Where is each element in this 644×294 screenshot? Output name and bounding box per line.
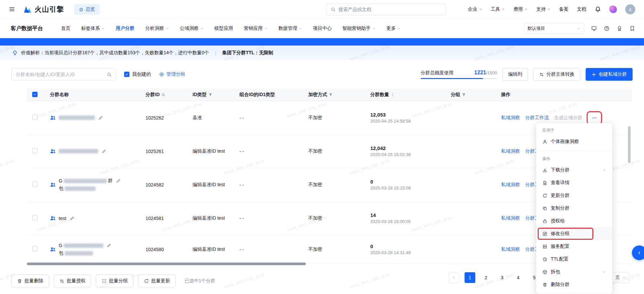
platform-title: 客户数据平台 [11, 25, 43, 32]
combo-id-type: - - [235, 115, 304, 121]
pencil-icon[interactable] [102, 149, 106, 154]
chevdown-icon [547, 7, 551, 11]
combo-id-type: - - [235, 216, 304, 221]
pencil-icon[interactable] [70, 216, 74, 221]
topbar-menu-0[interactable]: 企业 [468, 6, 482, 12]
benefits-icon[interactable] [609, 6, 617, 13]
pagination: 12345 [448, 272, 540, 283]
convert-subject-button[interactable]: 分群主体转换 [533, 68, 580, 81]
encryption: 不加密 [304, 182, 366, 188]
bulk-button-2[interactable]: 批量分组 [96, 275, 133, 287]
horizontal-scrollbar[interactable] [27, 263, 306, 265]
nav-item-9[interactable]: 智能营销助手 [342, 25, 376, 31]
nav-item-5[interactable]: 模型应用 [214, 25, 233, 31]
context-menu-item-1-3[interactable]: 复制分群 [536, 202, 612, 215]
page-1[interactable]: 1 [465, 272, 475, 283]
row-action-0-2[interactable]: 生成公域分群 [554, 115, 582, 121]
manage-groups-button[interactable]: 管理分组 [159, 71, 185, 77]
nav-item-0[interactable]: 首页 [61, 25, 70, 31]
create-segment-button[interactable]: 创建私域分群 [586, 68, 633, 81]
avatar[interactable]: s [625, 4, 635, 14]
global-search-input[interactable] [338, 7, 441, 12]
row-action-4-0[interactable]: 私域洞察 [501, 246, 520, 252]
vertical-scrollbar[interactable] [628, 126, 631, 163]
context-men-section-title: 操作 [536, 154, 612, 164]
combo-id-type: - - [235, 182, 304, 188]
sort-icon[interactable] [391, 93, 395, 97]
bookmark-icon[interactable] [629, 25, 635, 31]
overview-button[interactable]: 总览 [74, 4, 100, 15]
bulk-button-1[interactable]: 批量授权 [54, 275, 91, 287]
nav-item-10[interactable]: 更多 [386, 25, 401, 31]
row-checkbox[interactable] [32, 246, 38, 251]
page-4[interactable]: 4 [513, 272, 524, 283]
filter-icon[interactable] [329, 93, 333, 97]
topbar-menu-2[interactable]: 费用 [514, 6, 528, 12]
context-menu-item-1-5[interactable]: 修改分组 [536, 227, 612, 240]
context-menu-item-1-9[interactable]: 删除分群 [536, 278, 612, 291]
edit-columns-button[interactable]: 编辑列 [502, 68, 528, 81]
prev-page-button[interactable] [448, 272, 459, 283]
updated-time: 2025-04-25 15:02:38 [370, 152, 446, 157]
id-type: 编辑基准ID test [188, 148, 235, 154]
nav-item-7[interactable]: 数据管理 [278, 25, 302, 31]
chevdown-icon [479, 7, 482, 11]
context-menu-item-1-7[interactable]: TTL配置 [536, 253, 612, 266]
nav-item-6[interactable]: 营销应用 [244, 25, 268, 31]
segment-search-input[interactable] [16, 72, 104, 77]
help-icon[interactable] [604, 25, 610, 31]
list-toolbar: 我创建的 管理分组 分群总额度使用 1221/1500 编辑列 分群主体 [0, 60, 644, 82]
bulk-button-0[interactable]: 批量删除 [11, 275, 49, 287]
row-checkbox[interactable] [32, 148, 38, 153]
topbar-menu-5[interactable]: 文档 [577, 6, 586, 12]
select-all-checkbox[interactable] [32, 92, 38, 97]
chevdown-icon [524, 7, 528, 11]
filter-icon[interactable] [462, 93, 466, 97]
topbar-menu-3[interactable]: 支持 [536, 6, 551, 12]
more-actions-button[interactable] [592, 115, 597, 121]
detail-icon [542, 180, 547, 186]
nav-item-2[interactable]: 用户分群 [116, 25, 135, 31]
filter-icon[interactable] [208, 93, 212, 97]
context-menu-item-1-2[interactable]: 更新分群 [536, 189, 612, 202]
context-menu-item-1-1[interactable]: 查看详情 [536, 176, 612, 189]
info-banner: 价值解析：当前项目总计分群167个，其中成功数量153个，失败数量14个，进行中… [0, 46, 644, 60]
page-2[interactable]: 2 [481, 272, 491, 283]
topbar-menu-1[interactable]: 工具 [491, 6, 505, 12]
nav-item-3[interactable]: 分析洞察 [145, 25, 169, 31]
page-3[interactable]: 3 [497, 272, 507, 283]
project-selector[interactable]: 默认项目 [524, 23, 584, 34]
topbar-menu-4[interactable]: 备案 [559, 6, 569, 12]
nav-item-4[interactable]: 公域洞察 [180, 25, 204, 31]
bell-icon[interactable] [595, 6, 601, 12]
context-menu-item-1-8[interactable]: 拆包 [536, 266, 612, 278]
row-checkbox[interactable] [32, 115, 38, 120]
nav-item-8[interactable]: 项目中心 [313, 25, 332, 31]
context-menu-item-0-0[interactable]: 个体画像洞察 [536, 135, 612, 148]
search-icon[interactable] [161, 93, 165, 97]
nav-item-1[interactable]: 标签体系 [81, 25, 105, 31]
row-checkbox[interactable] [32, 181, 38, 187]
row-action-0-1[interactable]: 分群工作流 [525, 115, 549, 121]
pencil-icon[interactable] [98, 116, 103, 120]
context-menu-item-1-0[interactable]: 下载分群 [536, 164, 612, 176]
my-created-filter[interactable]: 我创建的 [124, 71, 151, 77]
bulk-button-3[interactable]: 批量更新 [138, 275, 176, 287]
row-action-3-0[interactable]: 私域洞察 [501, 215, 520, 221]
cert-icon[interactable] [616, 25, 623, 31]
collapse-panel-button[interactable] [632, 245, 644, 260]
search-icon[interactable] [107, 72, 112, 77]
segment-name: test [59, 216, 66, 221]
row-action-2-0[interactable]: 私域洞察 [501, 182, 520, 188]
row-action-0-0[interactable]: 私域洞察 [501, 115, 520, 121]
row-checkbox[interactable] [32, 215, 38, 220]
pencil-icon[interactable] [116, 178, 121, 183]
row-action-1-0[interactable]: 私域洞察 [501, 148, 520, 154]
hamburger-menu-icon[interactable] [9, 6, 15, 12]
context-menu-item-1-4[interactable]: 授权给 [536, 215, 612, 227]
pencil-icon[interactable] [107, 243, 111, 248]
context-menu-item-1-6[interactable]: 服务配置 [536, 240, 612, 253]
logo-text: 火山引擎 [35, 5, 64, 14]
my-created-checkbox[interactable] [124, 72, 129, 77]
monitor-icon[interactable] [591, 25, 597, 31]
